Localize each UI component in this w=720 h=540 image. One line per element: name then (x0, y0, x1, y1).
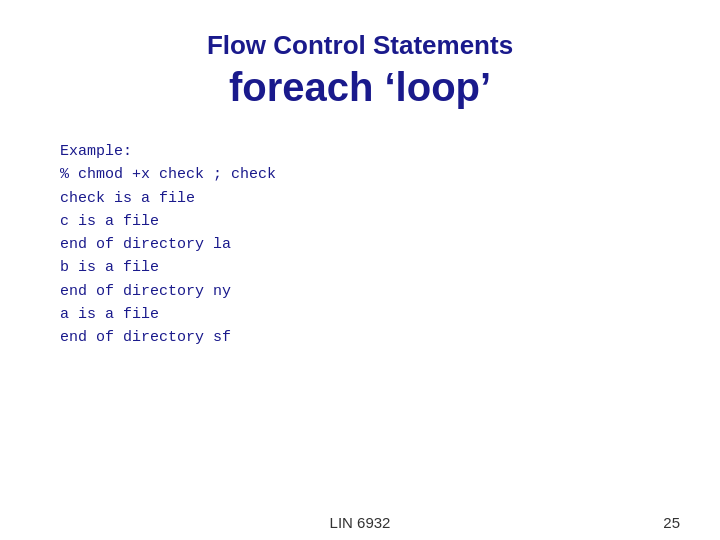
footer-course: LIN 6932 (330, 514, 391, 531)
footer-page: 25 (663, 514, 680, 531)
slide: Flow Control Statements foreach ‘loop’ E… (0, 0, 720, 540)
code-block: Example: % chmod +x check ; check check … (60, 140, 680, 349)
title-section: Flow Control Statements foreach ‘loop’ (207, 30, 513, 130)
subtitle: foreach ‘loop’ (207, 65, 513, 110)
main-title: Flow Control Statements (207, 30, 513, 61)
content-section: Example: % chmod +x check ; check check … (40, 140, 680, 349)
